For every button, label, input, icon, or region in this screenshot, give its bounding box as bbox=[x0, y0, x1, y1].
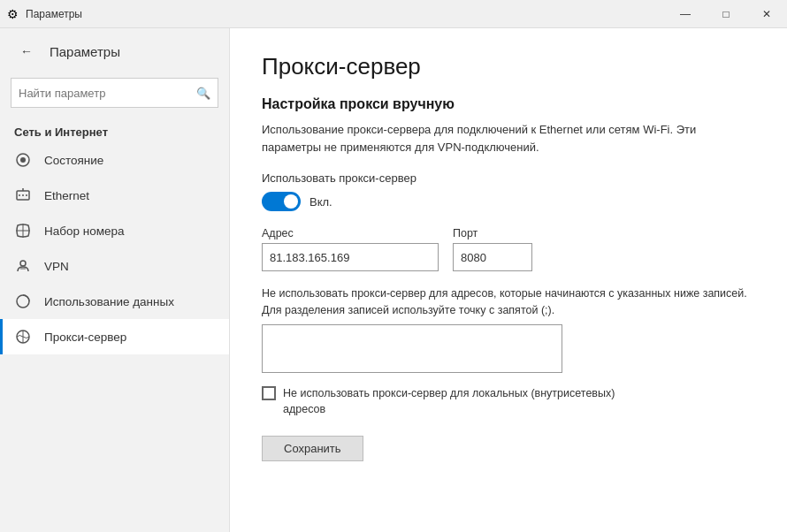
sidebar-item-label-proxy: Прокси-сервер bbox=[44, 331, 126, 344]
titlebar-title: Параметры bbox=[26, 8, 82, 20]
sidebar-item-label-dialup: Набор номера bbox=[44, 224, 125, 238]
back-button[interactable]: ← bbox=[14, 39, 39, 64]
sidebar-item-data-usage[interactable]: Использование данных bbox=[0, 284, 229, 319]
sidebar-item-dialup[interactable]: Набор номера bbox=[0, 213, 229, 248]
sidebar-item-ethernet[interactable]: Ethernet bbox=[0, 178, 229, 213]
port-group: Порт bbox=[453, 227, 532, 271]
sidebar-nav-top: ← Параметры bbox=[0, 28, 229, 74]
address-label: Адрес bbox=[262, 227, 439, 239]
port-label: Порт bbox=[453, 227, 532, 239]
maximize-button[interactable]: □ bbox=[706, 0, 746, 28]
vpn-icon bbox=[14, 257, 32, 275]
dialup-icon bbox=[14, 222, 32, 239]
page-title: Прокси-сервер bbox=[262, 53, 755, 80]
description-text: Использование прокси-сервера для подключ… bbox=[262, 121, 755, 156]
app-icon: ⚙ bbox=[7, 7, 19, 21]
sidebar-item-label-status: Состояние bbox=[44, 154, 103, 167]
svg-point-9 bbox=[20, 261, 26, 266]
toggle-state-text: Вкл. bbox=[309, 195, 332, 209]
checkbox-row: Не использовать прокси-сервер для локаль… bbox=[262, 385, 633, 419]
svg-point-1 bbox=[20, 157, 26, 163]
proxy-toggle[interactable] bbox=[262, 192, 301, 211]
titlebar-left: ⚙ Параметры bbox=[7, 7, 82, 21]
addr-port-row: Адрес Порт bbox=[262, 227, 755, 271]
sidebar-item-label-vpn: VPN bbox=[44, 260, 69, 273]
sidebar-item-label-data-usage: Использование данных bbox=[44, 295, 174, 308]
sidebar-item-status[interactable]: Состояние bbox=[0, 142, 229, 178]
close-button[interactable]: ✕ bbox=[746, 0, 787, 28]
sidebar-item-vpn[interactable]: VPN bbox=[0, 248, 229, 284]
toggle-label: Использовать прокси-сервер bbox=[262, 171, 755, 185]
sidebar-item-proxy[interactable]: Прокси-сервер bbox=[0, 319, 229, 354]
search-input[interactable] bbox=[19, 87, 196, 100]
save-button[interactable]: Сохранить bbox=[262, 436, 363, 461]
toggle-row: Вкл. bbox=[262, 192, 755, 211]
sidebar-item-label-ethernet: Ethernet bbox=[44, 189, 89, 202]
proxy-icon bbox=[14, 328, 32, 346]
checkbox-label: Не использовать прокси-сервер для локаль… bbox=[283, 385, 633, 419]
port-input[interactable] bbox=[453, 243, 532, 271]
sidebar: ← Параметры 🔍 Сеть и Интернет Состояние bbox=[0, 28, 230, 532]
titlebar: ⚙ Параметры — □ ✕ bbox=[0, 0, 787, 28]
titlebar-controls: — □ ✕ bbox=[665, 0, 787, 28]
exceptions-description: Не использовать прокси-сервер для адресо… bbox=[262, 285, 755, 319]
app-body: ← Параметры 🔍 Сеть и Интернет Состояние bbox=[0, 28, 787, 532]
exceptions-textarea[interactable] bbox=[262, 324, 562, 373]
sidebar-section-title: Сеть и Интернет bbox=[0, 118, 229, 142]
main-panel: Прокси-сервер Настройка прокси вручную И… bbox=[230, 28, 787, 532]
ethernet-icon bbox=[14, 186, 32, 204]
data-usage-icon bbox=[14, 293, 32, 310]
search-icon: 🔍 bbox=[196, 87, 210, 100]
local-checkbox[interactable] bbox=[262, 386, 276, 400]
status-icon bbox=[14, 151, 32, 169]
minimize-button[interactable]: — bbox=[665, 0, 706, 28]
sidebar-search-container: 🔍 bbox=[11, 78, 218, 108]
section-title: Настройка прокси вручную bbox=[262, 96, 755, 112]
address-input[interactable] bbox=[262, 243, 439, 271]
sidebar-app-title: Параметры bbox=[50, 44, 120, 59]
address-group: Адрес bbox=[262, 227, 439, 271]
